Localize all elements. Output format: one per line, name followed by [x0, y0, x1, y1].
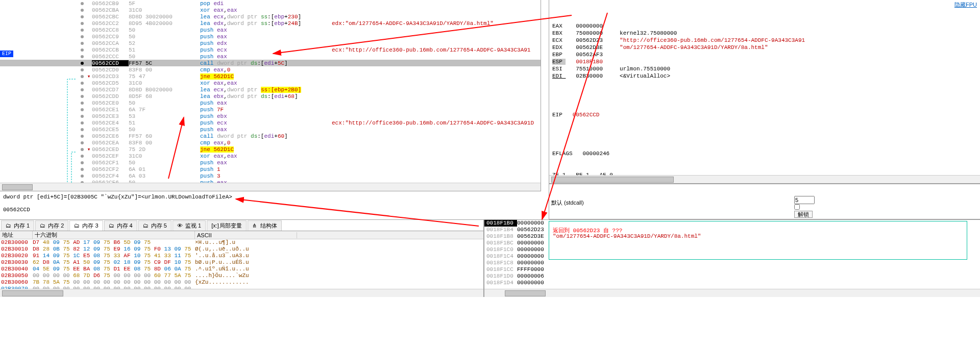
disasm-row[interactable]: ▾00562CD3 75 47jne 562D1C: [0, 73, 541, 80]
memory-tab-2[interactable]: 🗂内存 3: [69, 220, 103, 231]
memory-tab-icon: ⋔: [252, 222, 258, 229]
disasm-row[interactable]: 00562CE4 51push ecxecx:"http://office360…: [0, 119, 541, 126]
memory-tab-0[interactable]: 🗂内存 1: [1, 220, 34, 231]
memory-tab-icon: 🗂: [143, 222, 149, 229]
memory-tab-6[interactable]: [x:]局部变量: [207, 220, 247, 231]
disasm-row[interactable]: 00562CC8 50push eax: [0, 27, 541, 33]
disasm-row[interactable]: 00562CD5 31C0xor eax,eax: [0, 80, 541, 86]
disasm-row[interactable]: 00562CE1 6A 7Fpush 7F: [0, 106, 541, 113]
reg-label-edx: EDX: [552, 44, 566, 51]
memory-row[interactable]: 02B3004004 5E 09 75 EE BA 08 75 D1 EE 08…: [0, 266, 483, 272]
mem-col-asc: ASCII: [195, 232, 297, 238]
reg-value-ecx[interactable]: 00562D23: [576, 37, 603, 43]
reg-value-ebx[interactable]: 75080000: [576, 30, 603, 36]
memory-tab-7[interactable]: ⋔结构体: [248, 220, 282, 231]
mem-col-addr: 地址: [0, 231, 33, 239]
disasm-row[interactable]: 00562CE6 FF57 60call dword ptr ds:[edi+6…: [0, 133, 541, 139]
disasm-row[interactable]: 00562CE5 50push eax: [0, 126, 541, 133]
stack-pane[interactable]: 0018F1B0000000000018F1B400562D23返回到 0056…: [484, 219, 980, 297]
disasm-row[interactable]: 00562CCB 51push ecxecx:"http://office360…: [0, 46, 541, 53]
unlock-checkbox[interactable]: [794, 204, 800, 210]
memory-tab-label: 结构体: [260, 222, 277, 230]
disasm-row[interactable]: 00562CC2 8D95 4B020000lea edx,dword ptr …: [0, 20, 541, 27]
disasm-hscroll[interactable]: [0, 183, 541, 191]
memory-tab-1[interactable]: 🗂内存 2: [35, 220, 68, 231]
disasm-row[interactable]: 00562CDD 8D5F 68lea ebx,dword ptr ds:[ed…: [0, 93, 541, 100]
regs-hscroll[interactable]: [549, 175, 980, 183]
memory-tab-label: 内存 5: [151, 222, 167, 230]
disasm-row[interactable]: 00562CEF 31C0xor eax,eax: [0, 153, 541, 159]
memory-row[interactable]: 02B300607B 78 5A 75 00 00 00 00 00 00 00…: [0, 279, 483, 286]
info-line-2: 00562CCD: [3, 206, 538, 214]
disasm-row[interactable]: 00562CEA 83F8 00cmp eax,0: [0, 139, 541, 146]
reg-value-edx[interactable]: 00562D3E: [576, 44, 603, 51]
disasm-row[interactable]: 00562CCD FF57 5Ccall dword ptr ds:[edi+5…: [0, 60, 541, 66]
disasm-row[interactable]: 00562CE0 50push eax: [0, 100, 541, 106]
memory-tab-icon: [x:]: [211, 222, 217, 229]
memory-tab-icon: 🗂: [6, 222, 12, 229]
reg-value-ebp[interactable]: 00562AF3: [576, 52, 603, 58]
memory-tab-label: 局部变量: [219, 222, 242, 230]
reg-value-esi[interactable]: 75510000: [576, 66, 603, 72]
reg-label-eax: EAX: [552, 23, 566, 29]
stack-row[interactable]: 0018F1D400000000: [484, 280, 980, 286]
disasm-row[interactable]: 00562CB9 5Fpop edi: [0, 0, 541, 7]
mem-col-hex: 十六进制: [33, 231, 195, 239]
disasm-row[interactable]: 00562CBC 8D8D 30020000lea ecx,dword ptr …: [0, 13, 541, 20]
memory-tab-icon: 🗂: [40, 222, 46, 229]
info-lines: dword ptr [edi+5C]=[02B3005C "`wZu{xZu"]…: [0, 191, 541, 219]
memory-tab-icon: 🗂: [109, 222, 115, 229]
disasm-row[interactable]: 00562CCC 50push eax: [0, 53, 541, 60]
memory-hscroll[interactable]: [0, 289, 483, 297]
disasm-row[interactable]: 00562CBA 31C0xor eax,eax: [0, 7, 541, 13]
disasm-row[interactable]: 00562CF1 50push eax: [0, 159, 541, 166]
registers-pane[interactable]: 隐藏FPU EAX 00000000EBX 75080000 kernel32.…: [549, 0, 980, 184]
memory-tab-label: 内存 3: [82, 222, 98, 230]
reg-label-ecx: ECX: [552, 37, 566, 43]
memory-row[interactable]: 02B3003062 D8 0A 75 A1 50 09 75 02 18 09…: [0, 259, 483, 266]
memory-row[interactable]: 02B3005000 00 00 00 68 7D D6 75 00 00 00…: [0, 272, 483, 279]
reg-label-esp: ESP: [552, 59, 566, 65]
stack-hscroll[interactable]: [484, 289, 980, 297]
disassembly-pane[interactable]: EIP 00562CB9 5Fpop edi 00562CBA 31C0xor …: [0, 0, 541, 191]
disasm-row[interactable]: ▾00562CED 75 2Djne 562D1C: [0, 146, 541, 153]
memory-row[interactable]: 02B30000D7 48 09 75 AD 17 09 75 B6 5D 09…: [0, 239, 483, 246]
memory-tab-icon: 👁: [177, 222, 183, 229]
memory-pane[interactable]: 🗂内存 1🗂内存 2🗂内存 3🗂内存 4🗂内存 5👁监视 1[x:]局部变量⋔结…: [0, 219, 484, 297]
reg-value-edi[interactable]: 02B30000: [576, 73, 603, 79]
memory-tab-4[interactable]: 🗂内存 5: [138, 220, 172, 231]
disasm-row[interactable]: 00562CF4 6A 03push 3: [0, 172, 541, 179]
reg-value-eax[interactable]: 00000000: [576, 23, 603, 29]
stack-row[interactable]: 0018F1C800000000: [484, 260, 980, 266]
hide-fpu-link[interactable]: 隐藏FPU: [954, 1, 977, 8]
unlock-button[interactable]: 解锁: [794, 211, 813, 218]
stack-args-pane[interactable]: 默认 (stdcall) 解锁 1: [esp] 000000002: [esp…: [549, 184, 980, 219]
memory-tab-5[interactable]: 👁监视 1: [173, 220, 206, 231]
memory-tabs[interactable]: 🗂内存 1🗂内存 2🗂内存 3🗂内存 4🗂内存 5👁监视 1[x:]局部变量⋔结…: [0, 220, 483, 231]
disasm-row[interactable]: 00562CE3 53push ebx: [0, 113, 541, 119]
eflags-line: EFLAGS 00000246: [552, 150, 977, 157]
reg-label-esi: ESI: [552, 66, 566, 72]
reg-value-esp[interactable]: 0018F1B0: [576, 59, 603, 65]
reg-label-edi: EDI: [552, 73, 566, 79]
memory-row[interactable]: 02B3002091 14 09 75 1C E5 08 75 33 AF 10…: [0, 253, 483, 259]
stack-row[interactable]: 0018F1D000000006: [484, 273, 980, 280]
memory-header: 地址 十六进制 ASCII: [0, 231, 483, 239]
calling-convention-label: 默认 (stdcall): [551, 200, 584, 206]
memory-tab-label: 监视 1: [185, 222, 201, 230]
memory-row[interactable]: 02B30010D8 28 0B 75 82 12 09 75 E9 16 09…: [0, 246, 483, 253]
eip-value[interactable]: 00562CCD: [573, 112, 600, 118]
memory-tab-icon: 🗂: [74, 222, 80, 229]
memory-tab-label: 内存 1: [14, 222, 30, 230]
disasm-row[interactable]: 00562CD0 83F8 00cmp eax,0: [0, 66, 541, 73]
disasm-row[interactable]: 00562CCA 52push edx: [0, 40, 541, 46]
memory-tab-label: 内存 4: [117, 222, 133, 230]
memory-tab-label: 内存 2: [48, 222, 64, 230]
arg-count-input[interactable]: [794, 196, 815, 204]
reg-label-ebx: EBX: [552, 30, 566, 36]
stack-row[interactable]: 0018F1CCFFFF0000: [484, 266, 980, 273]
disasm-row[interactable]: 00562CC9 50push eax: [0, 33, 541, 40]
disasm-row[interactable]: 00562CD7 8D8D B0020000lea ecx,dword ptr …: [0, 86, 541, 93]
memory-tab-3[interactable]: 🗂内存 4: [104, 220, 137, 231]
disasm-row[interactable]: 00562CF2 6A 01push 1: [0, 166, 541, 172]
